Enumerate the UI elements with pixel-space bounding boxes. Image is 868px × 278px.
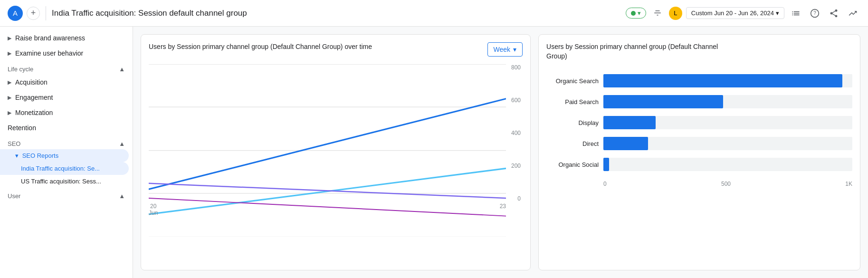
- sidebar-item-retention[interactable]: Retention: [0, 120, 129, 135]
- y-label: 800: [506, 64, 521, 71]
- bar-row-direct: Direct: [546, 137, 852, 150]
- collapse-icon: ▲: [119, 192, 125, 200]
- x-axis-labels: 20 Jun 23: [149, 201, 506, 216]
- bar-fill: [603, 95, 723, 108]
- y-label: 400: [506, 130, 521, 136]
- y-label: 600: [506, 97, 521, 104]
- x-label-20: 20 Jun: [149, 203, 158, 216]
- arrow-icon: ▶: [8, 79, 11, 86]
- seo-label: SEO: [8, 140, 20, 147]
- x-label-23: 23: [500, 203, 506, 216]
- bar-fill: [603, 137, 648, 150]
- user-label: User: [8, 192, 20, 200]
- sidebar-item-engagement[interactable]: ▶ Engagement: [0, 90, 129, 105]
- lifecycle-label: Life cycle: [8, 66, 33, 73]
- sidebar: ▶ Raise brand awareness ▶ Examine user b…: [0, 27, 133, 278]
- bar-row-display: Display: [546, 116, 852, 129]
- sidebar-item-label: Engagement: [15, 94, 53, 101]
- status-dot: [631, 11, 636, 16]
- lifecycle-section-header[interactable]: Life cycle ▲: [0, 61, 133, 75]
- x-day: 23: [500, 203, 506, 210]
- sidebar-item-label: India Traffic acquisition: Se...: [21, 165, 100, 172]
- account-avatar[interactable]: A: [8, 6, 23, 21]
- y-axis-labels: 800 600 400 200 0: [506, 64, 523, 202]
- expand-arrow-icon: ▾: [15, 152, 19, 159]
- week-selector[interactable]: Week ▾: [487, 42, 523, 57]
- trend-icon[interactable]: [845, 6, 860, 21]
- collapse-icon: ▲: [119, 140, 125, 147]
- comparison-icon[interactable]: [788, 6, 803, 21]
- user-badge[interactable]: L: [669, 7, 682, 20]
- x-tick: 1K: [845, 181, 852, 187]
- sidebar-item-india-traffic[interactable]: India Traffic acquisition: Se...: [0, 162, 129, 175]
- arrow-icon: ▶: [8, 50, 11, 57]
- bar-track: [603, 74, 852, 87]
- app-header: A + India Traffic acquisition: Session d…: [0, 0, 868, 27]
- filter-button[interactable]: [650, 6, 665, 21]
- bar-label: Display: [546, 119, 599, 126]
- svg-line-9: [149, 183, 506, 198]
- line-chart-title: Users by Session primary channel group (…: [149, 42, 372, 52]
- share-icon[interactable]: [826, 6, 841, 21]
- bar-label: Direct: [546, 140, 599, 147]
- user-section-header[interactable]: User ▲: [0, 188, 133, 201]
- bar-track: [603, 116, 852, 129]
- line-chart-area: 800 600 400 200 0: [149, 64, 523, 216]
- bar-fill: [603, 158, 609, 171]
- bar-chart-box: Users by Session primary channel group (…: [538, 34, 860, 270]
- sidebar-item-examine-user[interactable]: ▶ Examine user behavior: [0, 46, 129, 61]
- content-area: Users by Session primary channel group (…: [133, 27, 868, 278]
- date-range-selector[interactable]: Custom Jun 20 - Jun 26, 2024 ▾: [686, 7, 784, 19]
- x-day: 20: [150, 203, 156, 210]
- sidebar-item-label: Acquisition: [15, 78, 48, 86]
- sidebar-item-acquisition[interactable]: ▶ Acquisition: [0, 75, 129, 90]
- bar-track: [603, 95, 852, 108]
- sidebar-item-seo-reports[interactable]: ▾ SEO Reports: [0, 149, 129, 162]
- sidebar-item-label: US Traffic acquisition: Sess...: [21, 178, 101, 185]
- sidebar-item-label: Raise brand awareness: [15, 34, 85, 42]
- data-status-badge[interactable]: ▾: [626, 8, 646, 19]
- seo-section-header[interactable]: SEO ▲: [0, 135, 133, 149]
- x-month: Jun: [149, 210, 158, 216]
- week-chevron-icon: ▾: [513, 46, 516, 53]
- arrow-icon: ▶: [8, 95, 11, 101]
- add-tab-button[interactable]: +: [27, 7, 40, 20]
- date-chevron-icon: ▾: [776, 10, 779, 17]
- bar-track: [603, 137, 852, 150]
- bar-row-organic-search: Organic Search: [546, 74, 852, 87]
- bar-x-axis: 0 500 1K: [546, 179, 852, 187]
- x-tick: 500: [721, 181, 731, 187]
- svg-text:?: ?: [813, 10, 816, 16]
- arrow-icon: ▶: [8, 35, 11, 41]
- bar-fill: [603, 74, 842, 87]
- sidebar-item-us-traffic[interactable]: US Traffic acquisition: Sess...: [0, 175, 129, 188]
- bar-track: [603, 158, 852, 171]
- sidebar-item-label: SEO Reports: [22, 152, 59, 159]
- bar-row-organic-social: Organic Social: [546, 158, 852, 171]
- arrow-icon: ▶: [8, 110, 11, 116]
- sidebar-item-label: Retention: [8, 124, 36, 132]
- main-layout: ▶ Raise brand awareness ▶ Examine user b…: [0, 27, 868, 278]
- week-label: Week: [494, 46, 511, 53]
- insights-icon[interactable]: ?: [807, 6, 822, 21]
- bar-chart-area: Organic Search Paid Search Display: [546, 70, 852, 187]
- bar-label: Paid Search: [546, 98, 599, 105]
- sidebar-item-monetization[interactable]: ▶ Monetization: [0, 105, 129, 120]
- x-tick: 0: [603, 181, 607, 187]
- sidebar-item-label: Monetization: [15, 109, 53, 116]
- bar-label: Organic Social: [546, 161, 599, 168]
- sidebar-item-raise-brand[interactable]: ▶ Raise brand awareness: [0, 30, 129, 46]
- collapse-icon: ▲: [119, 66, 125, 73]
- chevron-down-icon[interactable]: ▾: [638, 10, 641, 17]
- bar-fill: [603, 116, 656, 129]
- y-label: 200: [506, 163, 521, 169]
- bar-row-paid-search: Paid Search: [546, 95, 852, 108]
- header-actions: ▾ L Custom Jun 20 - Jun 26, 2024 ▾ ?: [626, 6, 860, 21]
- bar-chart-title: Users by Session primary channel group (…: [546, 42, 730, 61]
- y-label: 0: [506, 195, 521, 202]
- header-divider: [46, 6, 46, 20]
- sidebar-item-label: Examine user behavior: [15, 49, 83, 57]
- bar-label: Organic Search: [546, 77, 599, 85]
- page-title: India Traffic acquisition: Session defau…: [52, 9, 622, 18]
- line-chart-box: Users by Session primary channel group (…: [141, 34, 531, 270]
